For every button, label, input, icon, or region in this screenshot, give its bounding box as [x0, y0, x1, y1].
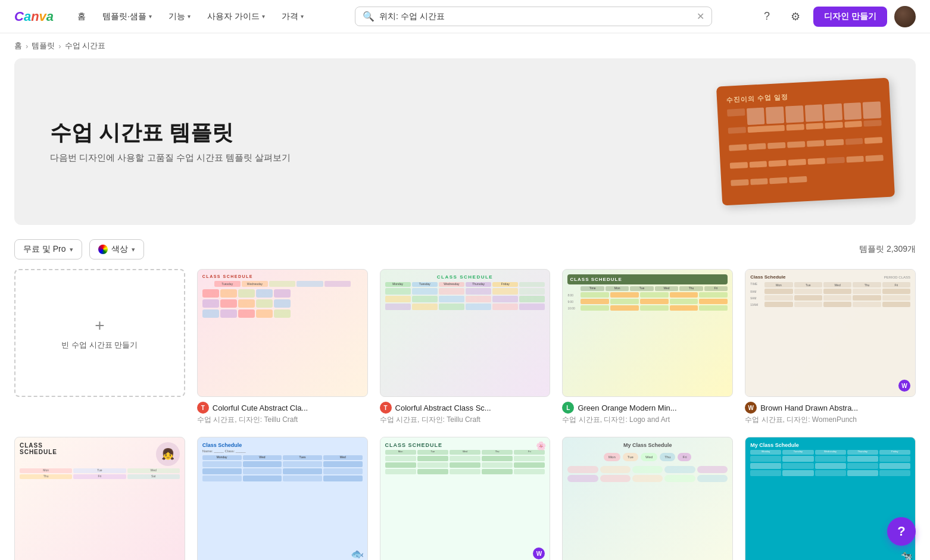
free-pro-filter[interactable]: 무료 및 Pro ▾ [14, 239, 82, 259]
settings-icon-button[interactable]: ⚙ [785, 6, 806, 27]
clear-search-button[interactable]: ✕ [697, 11, 704, 22]
chevron-down-icon: ▾ [149, 13, 152, 20]
card-title-4: Brown Hand Drawn Abstra... [760, 403, 858, 412]
hero-title: 수업 시간표 템플릿 [50, 120, 291, 145]
card-avatar-4: W [745, 402, 757, 414]
template-card-1[interactable]: CLASS SCHEDULE Tuesday Wednesday [197, 269, 368, 425]
card-subtitle-2: 수업 시간표, 디자인: Teillu Craft [380, 415, 551, 425]
template-card-5[interactable]: CLASS SCHEDULE 👧 Mon Tue Wed Thu Fri Sat [14, 437, 185, 560]
template-card-9[interactable]: My Class Schedule Monday Tuesday Wednesd… [745, 437, 916, 560]
nav-right: ? ⚙ 디자인 만들기 [756, 6, 916, 27]
hero-image: 수진이의 수업 일정 [701, 70, 892, 201]
pro-badge-4: W [898, 380, 910, 392]
chevron-down-icon: ▾ [132, 246, 135, 254]
logo[interactable]: Canva [14, 9, 54, 24]
breadcrumb-separator: › [58, 42, 61, 51]
card-meta-4: W Brown Hand Drawn Abstra... 수업 시간표, 디자인… [745, 402, 916, 425]
card-avatar-2: T [380, 402, 392, 414]
nav-home[interactable]: 홈 [70, 8, 93, 26]
breadcrumb: 홈 › 템플릿 › 수업 시간표 [0, 33, 930, 58]
card-subtitle-3: 수업 시간표, 디자인: Logo and Art [562, 415, 733, 425]
chevron-down-icon: ▾ [301, 13, 304, 20]
filter-left: 무료 및 Pro ▾ 색상 ▾ [14, 239, 144, 259]
card-subtitle-4: 수업 시간표, 디자인: WomenPunch [745, 415, 916, 425]
card-title-1: Colorful Cute Abstract Cla... [213, 403, 308, 412]
template-count: 템플릿 2,309개 [859, 244, 916, 255]
card-meta-2: T Colorful Abstract Class Sc... 수업 시간표, … [380, 402, 551, 425]
nav-links: 홈 템플릿·샘플 ▾ 기능 ▾ 사용자 가이드 ▾ 가격 ▾ [70, 8, 311, 26]
nav-pricing[interactable]: 가격 ▾ [274, 8, 311, 26]
template-card-6[interactable]: Class Schedule Name: _____ Class: _____ … [197, 437, 368, 560]
create-design-button[interactable]: 디자인 만들기 [813, 7, 887, 27]
breadcrumb-home[interactable]: 홈 [14, 40, 22, 51]
filters-bar: 무료 및 Pro ▾ 색상 ▾ 템플릿 2,309개 [0, 239, 930, 269]
card-avatar-1: T [197, 402, 209, 414]
create-label: 빈 수업 시간표 만들기 [54, 340, 145, 351]
color-filter[interactable]: 색상 ▾ [89, 239, 144, 259]
search-input[interactable] [379, 12, 692, 21]
search-icon: 🔍 [363, 11, 375, 22]
chevron-down-icon: ▾ [262, 13, 265, 20]
plus-icon: + [95, 316, 104, 335]
card-meta-1: T Colorful Cute Abstract Cla... 수업 시간표, … [197, 402, 368, 425]
help-fab-button[interactable]: ? [887, 517, 916, 546]
card-meta-3: L Green Orange Modern Min... 수업 시간표, 디자인… [562, 402, 733, 425]
template-card-7[interactable]: W CLASS SCHEDULE Mon Tue Wed Thu Fri [380, 437, 551, 560]
breadcrumb-separator: › [26, 42, 28, 51]
card-title-3: Green Orange Modern Min... [578, 403, 676, 412]
breadcrumb-current: 수업 시간표 [65, 40, 106, 51]
nav-features[interactable]: 기능 ▾ [161, 8, 198, 26]
template-card-4[interactable]: W Class Schedule PERIOD CLASS TIME Mon T… [745, 269, 916, 425]
hero-text: 수업 시간표 템플릿 다음번 디자인에 사용할 고품질 수업 시간표 템플릿 살… [50, 120, 291, 164]
breadcrumb-templates[interactable]: 템플릿 [32, 40, 55, 51]
template-card-3[interactable]: CLASS SCHEDULE Time Mon Tue Wed Thu Fri … [562, 269, 733, 425]
nav-guide[interactable]: 사용자 가이드 ▾ [200, 8, 272, 26]
search-bar: 🔍 ✕ [355, 7, 712, 26]
chevron-down-icon: ▾ [70, 246, 73, 254]
hero-subtitle: 다음번 디자인에 사용할 고품질 수업 시간표 템플릿 살펴보기 [50, 152, 291, 164]
chevron-down-icon: ▾ [188, 13, 191, 20]
navbar: Canva 홈 템플릿·샘플 ▾ 기능 ▾ 사용자 가이드 ▾ 가격 ▾ 🔍 ✕… [0, 0, 930, 33]
card-avatar-3: L [562, 402, 574, 414]
template-card-8[interactable]: My Class Schedule Mon Tue Wed Thu Fri [562, 437, 733, 560]
avatar[interactable] [894, 6, 916, 27]
color-wheel-icon [98, 245, 108, 254]
template-grid: + 빈 수업 시간표 만들기 CLASS SCHEDULE Tuesday We… [14, 269, 916, 560]
gear-icon: ⚙ [791, 10, 800, 23]
nav-templates[interactable]: 템플릿·샘플 ▾ [95, 8, 159, 26]
hero-card-preview: 수진이의 수업 일정 [716, 78, 895, 206]
help-icon-button[interactable]: ? [756, 6, 778, 27]
card-subtitle-1: 수업 시간표, 디자인: Teillu Craft [197, 415, 368, 425]
template-card-2[interactable]: CLASS SCHEDULE Monday Tuesday Wednesday … [380, 269, 551, 425]
template-grid-container: + 빈 수업 시간표 만들기 CLASS SCHEDULE Tuesday We… [0, 269, 930, 560]
hero-section: 수업 시간표 템플릿 다음번 디자인에 사용할 고품질 수업 시간표 템플릿 살… [14, 58, 916, 225]
create-blank-card[interactable]: + 빈 수업 시간표 만들기 [14, 269, 185, 425]
card-title-2: Colorful Abstract Class Sc... [395, 403, 491, 412]
